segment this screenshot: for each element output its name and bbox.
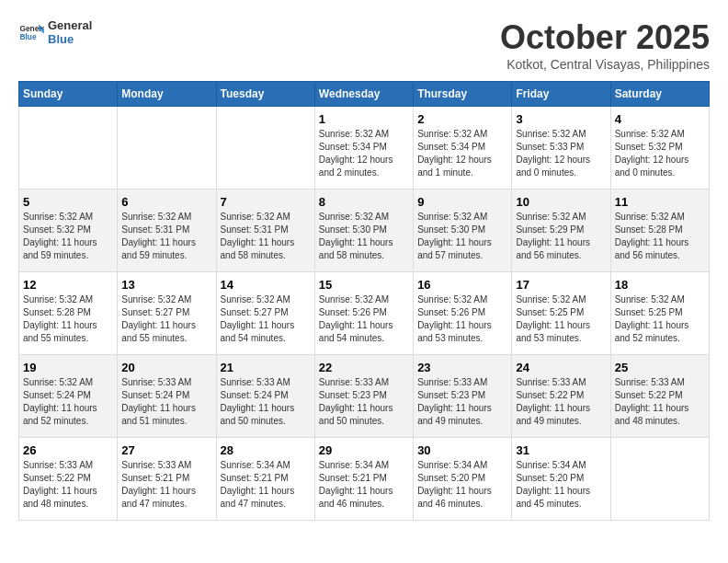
weekday-header-saturday: Saturday	[610, 82, 709, 107]
day-number: 20	[121, 361, 211, 374]
day-info: Sunrise: 5:33 AMSunset: 5:24 PMDaylight:…	[221, 376, 311, 428]
day-number: 15	[319, 278, 409, 292]
calendar-cell: 4Sunrise: 5:32 AMSunset: 5:32 PMDaylight…	[610, 107, 709, 190]
calendar-cell: 22Sunrise: 5:33 AMSunset: 5:23 PMDayligh…	[314, 355, 413, 438]
weekday-header-thursday: Thursday	[414, 82, 512, 107]
day-number: 1	[319, 112, 409, 126]
day-number: 30	[417, 443, 507, 457]
weekday-header-monday: Monday	[118, 82, 216, 107]
day-number: 19	[23, 361, 113, 374]
day-number: 14	[221, 278, 311, 292]
day-info: Sunrise: 5:33 AMSunset: 5:22 PMDaylight:…	[615, 376, 705, 428]
calendar-cell: 14Sunrise: 5:32 AMSunset: 5:27 PMDayligh…	[216, 272, 314, 355]
calendar-cell: 20Sunrise: 5:33 AMSunset: 5:24 PMDayligh…	[118, 355, 216, 438]
day-info: Sunrise: 5:32 AMSunset: 5:25 PMDaylight:…	[615, 293, 705, 345]
day-number: 24	[516, 361, 606, 374]
day-number: 8	[319, 195, 409, 209]
week-row-4: 19Sunrise: 5:32 AMSunset: 5:24 PMDayligh…	[19, 355, 710, 438]
calendar-cell: 26Sunrise: 5:33 AMSunset: 5:22 PMDayligh…	[19, 438, 118, 521]
day-info: Sunrise: 5:32 AMSunset: 5:28 PMDaylight:…	[615, 211, 705, 262]
calendar-cell: 12Sunrise: 5:32 AMSunset: 5:28 PMDayligh…	[19, 272, 118, 355]
day-info: Sunrise: 5:33 AMSunset: 5:22 PMDaylight:…	[23, 459, 113, 511]
calendar-cell	[216, 107, 314, 190]
day-info: Sunrise: 5:32 AMSunset: 5:29 PMDaylight:…	[516, 211, 606, 262]
calendar-cell: 2Sunrise: 5:32 AMSunset: 5:34 PMDaylight…	[414, 107, 512, 190]
day-info: Sunrise: 5:33 AMSunset: 5:23 PMDaylight:…	[319, 376, 409, 428]
day-info: Sunrise: 5:32 AMSunset: 5:28 PMDaylight:…	[23, 293, 113, 345]
calendar-cell: 7Sunrise: 5:32 AMSunset: 5:31 PMDaylight…	[216, 190, 314, 272]
calendar-cell: 8Sunrise: 5:32 AMSunset: 5:30 PMDaylight…	[314, 190, 413, 272]
calendar-cell: 21Sunrise: 5:33 AMSunset: 5:24 PMDayligh…	[216, 355, 314, 438]
day-number: 3	[516, 112, 606, 126]
calendar-cell: 9Sunrise: 5:32 AMSunset: 5:30 PMDaylight…	[414, 190, 512, 272]
logo-general: General	[48, 18, 92, 32]
day-number: 2	[417, 112, 507, 126]
page-header: General Blue General Blue October 2025 K…	[18, 18, 710, 72]
day-info: Sunrise: 5:32 AMSunset: 5:31 PMDaylight:…	[121, 211, 211, 262]
day-info: Sunrise: 5:34 AMSunset: 5:20 PMDaylight:…	[417, 459, 507, 511]
day-number: 18	[615, 278, 705, 292]
day-number: 6	[121, 195, 211, 209]
day-number: 9	[417, 195, 507, 209]
weekday-header-sunday: Sunday	[19, 82, 118, 107]
day-info: Sunrise: 5:32 AMSunset: 5:25 PMDaylight:…	[516, 293, 606, 345]
day-info: Sunrise: 5:32 AMSunset: 5:34 PMDaylight:…	[417, 128, 507, 179]
day-info: Sunrise: 5:32 AMSunset: 5:32 PMDaylight:…	[615, 128, 705, 179]
calendar-cell: 25Sunrise: 5:33 AMSunset: 5:22 PMDayligh…	[610, 355, 709, 438]
day-info: Sunrise: 5:34 AMSunset: 5:20 PMDaylight:…	[516, 459, 606, 511]
day-number: 25	[615, 361, 705, 374]
day-number: 16	[417, 278, 507, 292]
title-block: October 2025 Kotkot, Central Visayas, Ph…	[500, 18, 710, 72]
day-info: Sunrise: 5:33 AMSunset: 5:23 PMDaylight:…	[417, 376, 507, 428]
calendar-cell	[610, 438, 709, 521]
day-info: Sunrise: 5:32 AMSunset: 5:27 PMDaylight:…	[121, 293, 211, 345]
calendar-cell: 17Sunrise: 5:32 AMSunset: 5:25 PMDayligh…	[512, 272, 610, 355]
svg-text:Blue: Blue	[19, 32, 36, 41]
logo-blue: Blue	[48, 32, 92, 46]
calendar-cell: 6Sunrise: 5:32 AMSunset: 5:31 PMDaylight…	[118, 190, 216, 272]
day-info: Sunrise: 5:33 AMSunset: 5:24 PMDaylight:…	[121, 376, 211, 428]
day-info: Sunrise: 5:32 AMSunset: 5:34 PMDaylight:…	[319, 128, 409, 179]
day-number: 13	[121, 278, 211, 292]
calendar-cell: 16Sunrise: 5:32 AMSunset: 5:26 PMDayligh…	[414, 272, 512, 355]
day-info: Sunrise: 5:34 AMSunset: 5:21 PMDaylight:…	[319, 459, 409, 511]
day-info: Sunrise: 5:32 AMSunset: 5:27 PMDaylight:…	[221, 293, 311, 345]
day-info: Sunrise: 5:32 AMSunset: 5:32 PMDaylight:…	[23, 211, 113, 262]
weekday-header-friday: Friday	[512, 82, 610, 107]
day-info: Sunrise: 5:33 AMSunset: 5:21 PMDaylight:…	[121, 459, 211, 511]
day-number: 11	[615, 195, 705, 209]
weekday-header-tuesday: Tuesday	[216, 82, 314, 107]
calendar-cell	[118, 107, 216, 190]
day-number: 7	[221, 195, 311, 209]
calendar-cell: 13Sunrise: 5:32 AMSunset: 5:27 PMDayligh…	[118, 272, 216, 355]
calendar-cell: 5Sunrise: 5:32 AMSunset: 5:32 PMDaylight…	[19, 190, 118, 272]
day-number: 28	[221, 443, 311, 457]
week-row-5: 26Sunrise: 5:33 AMSunset: 5:22 PMDayligh…	[19, 438, 710, 521]
calendar-cell: 11Sunrise: 5:32 AMSunset: 5:28 PMDayligh…	[610, 190, 709, 272]
day-number: 26	[23, 443, 113, 457]
calendar-cell: 15Sunrise: 5:32 AMSunset: 5:26 PMDayligh…	[314, 272, 413, 355]
weekday-header-wednesday: Wednesday	[314, 82, 413, 107]
day-info: Sunrise: 5:32 AMSunset: 5:26 PMDaylight:…	[417, 293, 507, 345]
day-number: 22	[319, 361, 409, 374]
calendar-cell: 10Sunrise: 5:32 AMSunset: 5:29 PMDayligh…	[512, 190, 610, 272]
weekday-header-row: SundayMondayTuesdayWednesdayThursdayFrid…	[19, 82, 710, 107]
week-row-2: 5Sunrise: 5:32 AMSunset: 5:32 PMDaylight…	[19, 190, 710, 272]
day-number: 29	[319, 443, 409, 457]
logo-icon: General Blue	[18, 19, 44, 45]
calendar-cell: 3Sunrise: 5:32 AMSunset: 5:33 PMDaylight…	[512, 107, 610, 190]
calendar-cell	[19, 107, 118, 190]
calendar-cell: 30Sunrise: 5:34 AMSunset: 5:20 PMDayligh…	[414, 438, 512, 521]
calendar-table: SundayMondayTuesdayWednesdayThursdayFrid…	[18, 81, 710, 521]
day-number: 27	[121, 443, 211, 457]
day-info: Sunrise: 5:32 AMSunset: 5:31 PMDaylight:…	[221, 211, 311, 262]
day-number: 31	[516, 443, 606, 457]
day-number: 12	[23, 278, 113, 292]
calendar-cell: 28Sunrise: 5:34 AMSunset: 5:21 PMDayligh…	[216, 438, 314, 521]
calendar-cell: 31Sunrise: 5:34 AMSunset: 5:20 PMDayligh…	[512, 438, 610, 521]
day-number: 10	[516, 195, 606, 209]
week-row-1: 1Sunrise: 5:32 AMSunset: 5:34 PMDaylight…	[19, 107, 710, 190]
location: Kotkot, Central Visayas, Philippines	[500, 57, 710, 72]
day-number: 21	[221, 361, 311, 374]
week-row-3: 12Sunrise: 5:32 AMSunset: 5:28 PMDayligh…	[19, 272, 710, 355]
